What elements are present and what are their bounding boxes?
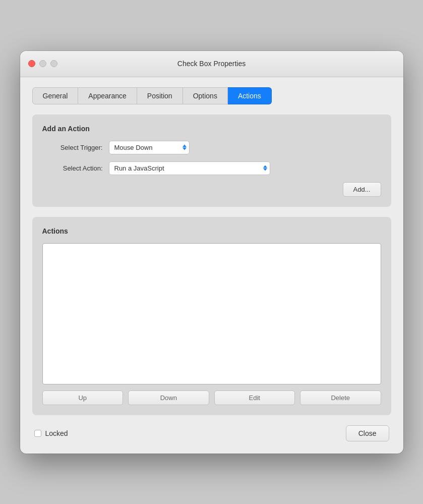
- tab-position[interactable]: Position: [137, 87, 183, 104]
- check-box-properties-window: Check Box Properties General Appearance …: [20, 51, 403, 454]
- down-button[interactable]: Down: [128, 390, 209, 405]
- locked-label: Locked: [45, 429, 68, 437]
- title-bar: Check Box Properties: [20, 51, 403, 77]
- tab-actions[interactable]: Actions: [228, 87, 272, 104]
- window-title: Check Box Properties: [177, 60, 246, 68]
- action-buttons-row: Up Down Edit Delete: [42, 390, 381, 405]
- action-select[interactable]: Run a JavaScript Submit a form Reset a f…: [109, 161, 270, 175]
- tab-appearance[interactable]: Appearance: [78, 87, 137, 104]
- up-button[interactable]: Up: [42, 390, 124, 405]
- action-select-wrapper: Run a JavaScript Submit a form Reset a f…: [109, 161, 270, 175]
- trigger-row: Select Trigger: Mouse Down Mouse Up Mous…: [42, 141, 381, 154]
- trigger-label: Select Trigger:: [42, 144, 103, 151]
- traffic-lights: [28, 60, 57, 67]
- trigger-select[interactable]: Mouse Down Mouse Up Mouse Enter Mouse Ex…: [109, 141, 190, 154]
- close-traffic-light[interactable]: [28, 60, 35, 67]
- window-content: General Appearance Position Options Acti…: [20, 77, 403, 454]
- tab-general[interactable]: General: [32, 87, 79, 104]
- actions-panel: Actions Up Down Edit Delete: [32, 217, 391, 415]
- edit-button[interactable]: Edit: [214, 390, 295, 405]
- locked-checkbox[interactable]: [34, 430, 41, 437]
- maximize-traffic-light[interactable]: [50, 60, 57, 67]
- delete-button[interactable]: Delete: [300, 390, 381, 405]
- actions-title: Actions: [42, 227, 381, 235]
- tab-options[interactable]: Options: [183, 87, 228, 104]
- action-label: Select Action:: [42, 164, 103, 172]
- add-action-panel: Add an Action Select Trigger: Mouse Down…: [32, 115, 391, 207]
- trigger-select-wrapper: Mouse Down Mouse Up Mouse Enter Mouse Ex…: [109, 141, 190, 154]
- bottom-bar: Locked Close: [32, 425, 391, 441]
- add-action-title: Add an Action: [42, 125, 381, 133]
- actions-list: [42, 243, 381, 384]
- minimize-traffic-light[interactable]: [39, 60, 46, 67]
- add-button[interactable]: Add...: [343, 182, 381, 197]
- close-button[interactable]: Close: [346, 425, 389, 441]
- action-row: Select Action: Run a JavaScript Submit a…: [42, 161, 381, 175]
- tabs-container: General Appearance Position Options Acti…: [32, 87, 391, 104]
- locked-section: Locked: [34, 429, 68, 437]
